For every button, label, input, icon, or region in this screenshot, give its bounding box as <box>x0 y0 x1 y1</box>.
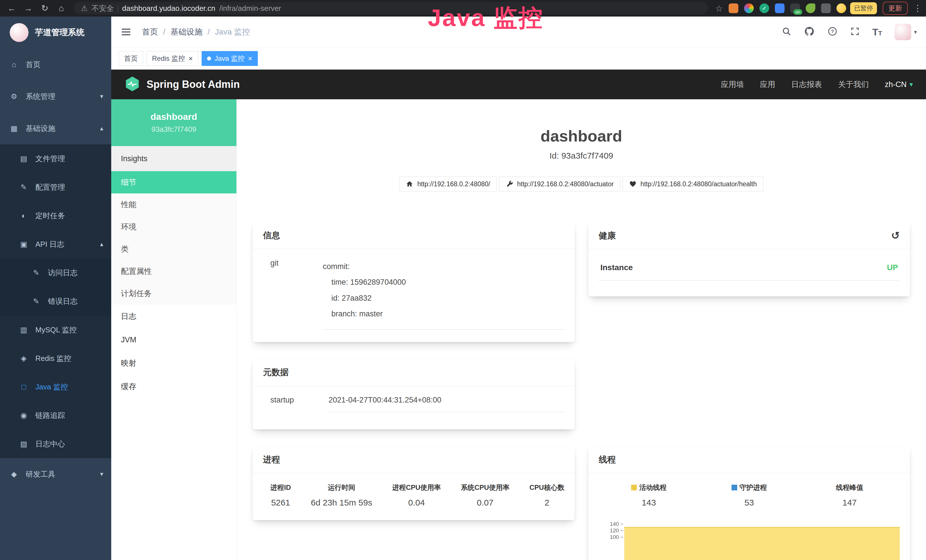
breadcrumb-infra[interactable]: 基础设施 <box>171 27 203 37</box>
sba-nav-item[interactable]: 日志报表 <box>791 79 822 89</box>
process-metric: 系统CPU使用率 0.07 <box>461 483 510 507</box>
instance-link[interactable]: http://192.168.0.2:48080/actuator <box>499 177 620 191</box>
tags-view: 首页 Redis 监控 × Java 监控 × <box>111 47 926 70</box>
view-tab[interactable]: 首页 <box>119 51 143 66</box>
back-icon[interactable]: ← <box>4 0 20 17</box>
chevron-icon: ▾ <box>100 471 103 478</box>
sba-header: Spring Boot Admin 应用墙应用日志报表关于我们 zh-CN ▾ <box>111 70 926 99</box>
sba-nav-item[interactable]: 应用 <box>760 79 775 89</box>
warning-icon: ⚠ <box>81 4 88 13</box>
sba-nav-item[interactable]: 关于我们 <box>838 79 869 89</box>
browser-home-icon[interactable]: ⌂ <box>54 0 69 17</box>
github-icon[interactable] <box>804 26 815 38</box>
sidebar-item[interactable]: ◉ 链路追踪 <box>0 401 111 430</box>
sidebar-item-label: Java 监控 <box>35 382 68 392</box>
view-tab[interactable]: Redis 监控 × <box>147 51 198 66</box>
sidebar-item[interactable]: ✎ 错误日志 <box>0 287 111 316</box>
process-metric: 运行时间 6d 23h 15m 59s <box>311 483 372 507</box>
close-icon[interactable]: × <box>189 55 193 62</box>
locale-selector[interactable]: zh-CN ▾ <box>885 80 913 89</box>
history-icon[interactable]: ↺ <box>891 230 900 242</box>
puzzle-extension-icon[interactable] <box>821 3 831 13</box>
fullscreen-icon[interactable] <box>850 27 860 37</box>
health-card-body: Instance UP <box>589 249 910 297</box>
instance-link[interactable]: http://192.168.0.2:48080/actuator/health <box>623 177 763 191</box>
search-icon[interactable] <box>782 27 791 37</box>
sidebar-item-icon: ◐ <box>18 211 29 220</box>
sba-menu-item[interactable]: 映射 <box>111 351 236 375</box>
sidebar-item-icon: ◉ <box>18 411 29 420</box>
sba-menu-item[interactable]: Insights <box>111 146 236 171</box>
caret-down-icon: ▾ <box>909 80 913 88</box>
sba-menu-item[interactable]: 缓存 <box>111 375 236 398</box>
fox-extension-icon[interactable] <box>729 3 738 13</box>
forward-icon[interactable]: → <box>21 0 36 17</box>
sidebar-item-icon: ◈ <box>18 354 29 363</box>
legend-item: 线程峰值 147 <box>799 483 900 507</box>
sba-menu-item[interactable]: 环境 <box>111 216 236 238</box>
process-metric-label: 系统CPU使用率 <box>461 483 510 492</box>
sba-menu-item[interactable]: 配置属性 <box>111 260 236 282</box>
switch-extension-icon[interactable]: on <box>790 3 800 13</box>
sidebar-item[interactable]: ◈ Redis 监控 <box>0 344 111 372</box>
sba-menu-item[interactable]: JVM <box>111 328 236 351</box>
main-column: 首页 / 基础设施 / Java 监控 ? <box>111 17 926 560</box>
info-row-label: git <box>263 259 323 330</box>
view-tab[interactable]: Java 监控 × <box>202 51 258 66</box>
sidebar-item[interactable]: ▨ 日志中心 <box>0 430 111 458</box>
menu-kebab-icon[interactable]: ⋮ <box>914 0 922 17</box>
help-icon[interactable]: ? <box>827 26 838 38</box>
instance-header[interactable]: dashboard 93a3fc7f7409 <box>111 99 236 146</box>
breadcrumb-home[interactable]: 首页 <box>142 27 158 37</box>
sidebar-item[interactable]: ⌂ 首页 <box>0 48 111 80</box>
sidebar-item-label: 系统管理 <box>26 92 55 101</box>
sidebar-item[interactable]: ✎ 访问日志 <box>0 259 111 287</box>
sidebar-item[interactable]: ▣ API 日志 ▴ <box>0 230 111 259</box>
close-icon[interactable]: × <box>248 55 253 62</box>
legend-value: 143 <box>599 498 699 507</box>
emoji-extension-icon[interactable] <box>837 3 846 13</box>
sidebar-item[interactable]: ▦ 基础设施 ▴ <box>0 112 111 144</box>
app-logo[interactable]: 芋道管理系统 <box>0 17 111 48</box>
grid-extension-icon[interactable] <box>775 3 785 13</box>
sba-menu-item[interactable]: 性能 <box>111 194 236 216</box>
sidebar-item[interactable]: ▥ MySQL 监控 <box>0 316 111 344</box>
sba-menu-item[interactable]: 细节 <box>111 171 236 194</box>
leaf-extension-icon[interactable] <box>806 3 816 13</box>
sba-menu-item[interactable]: 类 <box>111 238 236 260</box>
reload-icon[interactable]: ↻ <box>37 0 53 17</box>
sba-menu-item[interactable]: 日志 <box>111 305 236 328</box>
health-card: 健康 ↺ Instance UP <box>589 222 910 297</box>
instance-id-short: 93a3fc7f7409 <box>151 125 197 134</box>
sidebar-item[interactable]: ⚙ 系统管理 ▾ <box>0 80 111 112</box>
colorful-extension-icon[interactable] <box>744 3 754 13</box>
sba-nav-item[interactable]: 应用墙 <box>721 79 744 89</box>
process-card: 进程 进程ID 5261 运行时间 6d 23h <box>253 446 575 520</box>
process-metric-label: CPU核心数 <box>530 483 565 492</box>
health-row: Instance UP <box>599 263 900 280</box>
breadcrumb-current: Java 监控 <box>215 27 250 37</box>
check-extension-icon[interactable]: ✓ <box>760 3 769 13</box>
threads-card: 线程 活动线程 143 <box>589 446 910 560</box>
sidebar-item[interactable]: ✎ 配置管理 <box>0 173 111 201</box>
hamburger-icon[interactable] <box>120 26 132 38</box>
sba-sidebar: dashboard 93a3fc7f7409 Insights 细节 性能 环境… <box>111 99 237 560</box>
font-size-icon[interactable]: TT <box>872 27 882 38</box>
user-menu[interactable]: ▾ <box>895 24 917 40</box>
sidebar-item-label: 日志中心 <box>35 439 65 449</box>
sba-menu-item[interactable]: 计划任务 <box>111 282 236 305</box>
sidebar-item-icon: ✎ <box>31 297 42 306</box>
instance-link[interactable]: http://192.168.0.2:48080/ <box>399 177 497 191</box>
health-instance-label: Instance <box>600 263 633 272</box>
sidebar-item[interactable]: ◆ 研发工具 ▾ <box>0 458 111 490</box>
info-card: 信息 git commit:time: 1596289704000id: 27a… <box>253 222 575 342</box>
bookmark-star-icon[interactable]: ☆ <box>715 3 723 14</box>
wrench-icon <box>505 180 513 188</box>
sidebar-item[interactable]: ▤ 文件管理 <box>0 144 111 173</box>
address-bar[interactable]: ⚠ 不安全 dashboard.yudao.iocoder.cn/infra/a… <box>74 2 708 15</box>
sidebar-item[interactable]: □ Java 监控 <box>0 372 111 401</box>
update-button[interactable]: 更新 <box>883 2 908 15</box>
sba-brand[interactable]: Spring Boot Admin <box>124 76 240 93</box>
sidebar-item[interactable]: ◐ 定时任务 <box>0 201 111 230</box>
annotation-text: Java 监控 <box>428 2 543 34</box>
